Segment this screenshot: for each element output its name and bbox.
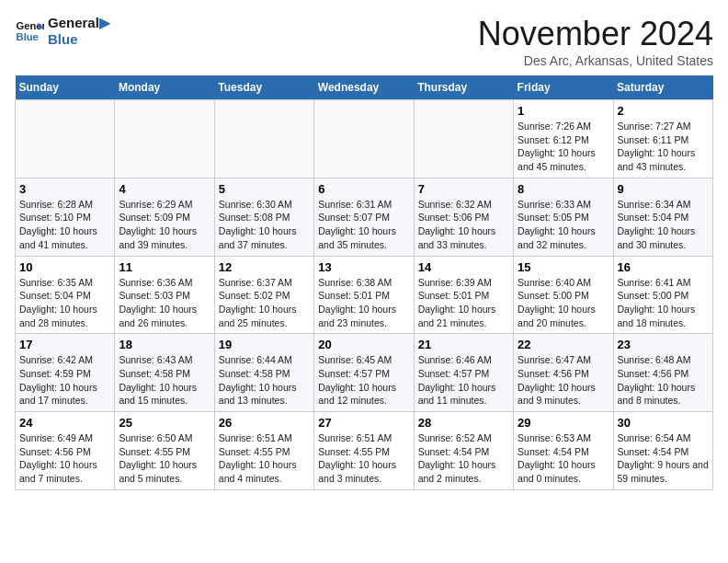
day-header-sunday: Sunday (16, 75, 115, 100)
day-info: Sunrise: 6:44 AM Sunset: 4:58 PM Dayligh… (219, 353, 310, 408)
day-cell: 2Sunrise: 7:27 AM Sunset: 6:11 PM Daylig… (613, 100, 712, 178)
day-cell: 26Sunrise: 6:51 AM Sunset: 4:55 PM Dayli… (214, 412, 313, 490)
day-info: Sunrise: 6:46 AM Sunset: 4:57 PM Dayligh… (418, 353, 509, 408)
day-cell: 11Sunrise: 6:36 AM Sunset: 5:03 PM Dayli… (115, 256, 214, 334)
day-cell: 9Sunrise: 6:34 AM Sunset: 5:04 PM Daylig… (613, 178, 712, 256)
day-info: Sunrise: 6:51 AM Sunset: 4:55 PM Dayligh… (219, 431, 310, 486)
day-cell: 12Sunrise: 6:37 AM Sunset: 5:02 PM Dayli… (214, 256, 313, 334)
day-info: Sunrise: 6:52 AM Sunset: 4:54 PM Dayligh… (418, 431, 509, 486)
day-cell: 27Sunrise: 6:51 AM Sunset: 4:55 PM Dayli… (314, 412, 414, 490)
day-number: 6 (318, 182, 409, 196)
day-info: Sunrise: 6:33 AM Sunset: 5:05 PM Dayligh… (518, 198, 609, 252)
day-info: Sunrise: 7:26 AM Sunset: 6:12 PM Dayligh… (518, 120, 609, 174)
day-number: 7 (418, 182, 509, 196)
day-info: Sunrise: 6:48 AM Sunset: 4:56 PM Dayligh… (618, 353, 709, 408)
day-info: Sunrise: 6:28 AM Sunset: 5:10 PM Dayligh… (19, 198, 110, 252)
day-number: 9 (618, 182, 709, 196)
day-header-friday: Friday (514, 75, 613, 100)
header: General Blue General▶ Blue November 2024… (15, 15, 713, 68)
day-cell: 18Sunrise: 6:43 AM Sunset: 4:58 PM Dayli… (115, 334, 214, 412)
logo: General Blue General▶ Blue (15, 15, 110, 48)
calendar-header-row: SundayMondayTuesdayWednesdayThursdayFrid… (16, 75, 713, 100)
day-info: Sunrise: 6:45 AM Sunset: 4:57 PM Dayligh… (318, 353, 409, 408)
day-cell (314, 100, 414, 178)
day-number: 17 (19, 338, 110, 351)
day-info: Sunrise: 6:35 AM Sunset: 5:04 PM Dayligh… (19, 276, 110, 330)
day-info: Sunrise: 6:34 AM Sunset: 5:04 PM Dayligh… (618, 198, 709, 252)
day-number: 10 (19, 260, 110, 274)
day-cell: 5Sunrise: 6:30 AM Sunset: 5:08 PM Daylig… (214, 178, 313, 256)
day-number: 20 (318, 338, 409, 351)
week-row-0: 1Sunrise: 7:26 AM Sunset: 6:12 PM Daylig… (16, 100, 713, 178)
day-number: 23 (618, 338, 709, 351)
day-cell: 16Sunrise: 6:41 AM Sunset: 5:00 PM Dayli… (613, 256, 712, 334)
day-number: 27 (318, 416, 409, 430)
day-number: 15 (518, 260, 609, 274)
day-number: 21 (418, 338, 509, 351)
day-number: 13 (318, 260, 409, 274)
day-cell: 10Sunrise: 6:35 AM Sunset: 5:04 PM Dayli… (16, 256, 115, 334)
week-row-2: 10Sunrise: 6:35 AM Sunset: 5:04 PM Dayli… (16, 256, 713, 334)
day-number: 14 (418, 260, 509, 274)
day-number: 1 (518, 104, 609, 118)
day-info: Sunrise: 6:47 AM Sunset: 4:56 PM Dayligh… (518, 353, 609, 408)
day-header-tuesday: Tuesday (214, 75, 313, 100)
day-number: 16 (618, 260, 709, 274)
day-cell: 29Sunrise: 6:53 AM Sunset: 4:54 PM Dayli… (514, 412, 613, 490)
day-number: 19 (219, 338, 310, 351)
title-section: November 2024 Des Arc, Arkansas, United … (478, 15, 713, 68)
day-cell (16, 100, 115, 178)
day-cell: 8Sunrise: 6:33 AM Sunset: 5:05 PM Daylig… (514, 178, 613, 256)
day-cell: 7Sunrise: 6:32 AM Sunset: 5:06 PM Daylig… (414, 178, 513, 256)
day-cell: 1Sunrise: 7:26 AM Sunset: 6:12 PM Daylig… (514, 100, 613, 178)
day-info: Sunrise: 6:36 AM Sunset: 5:03 PM Dayligh… (119, 276, 210, 330)
day-cell: 20Sunrise: 6:45 AM Sunset: 4:57 PM Dayli… (314, 334, 414, 412)
day-number: 30 (618, 416, 709, 430)
day-cell: 13Sunrise: 6:38 AM Sunset: 5:01 PM Dayli… (314, 256, 414, 334)
day-info: Sunrise: 6:51 AM Sunset: 4:55 PM Dayligh… (318, 431, 409, 486)
day-cell: 6Sunrise: 6:31 AM Sunset: 5:07 PM Daylig… (314, 178, 414, 256)
day-number: 29 (518, 416, 609, 430)
day-number: 3 (19, 182, 110, 196)
day-number: 2 (618, 104, 709, 118)
day-info: Sunrise: 6:31 AM Sunset: 5:07 PM Dayligh… (318, 198, 409, 252)
day-number: 4 (119, 182, 210, 196)
location: Des Arc, Arkansas, United States (478, 53, 713, 68)
day-info: Sunrise: 6:37 AM Sunset: 5:02 PM Dayligh… (219, 276, 310, 330)
day-header-saturday: Saturday (613, 75, 712, 100)
logo-icon: General Blue (15, 17, 44, 46)
month-title: November 2024 (478, 15, 713, 53)
day-cell: 22Sunrise: 6:47 AM Sunset: 4:56 PM Dayli… (514, 334, 613, 412)
week-row-1: 3Sunrise: 6:28 AM Sunset: 5:10 PM Daylig… (16, 178, 713, 256)
day-number: 8 (518, 182, 609, 196)
day-number: 26 (219, 416, 310, 430)
day-info: Sunrise: 6:50 AM Sunset: 4:55 PM Dayligh… (119, 431, 210, 486)
day-info: Sunrise: 6:54 AM Sunset: 4:54 PM Dayligh… (618, 431, 709, 486)
day-header-monday: Monday (115, 75, 214, 100)
day-info: Sunrise: 6:40 AM Sunset: 5:00 PM Dayligh… (518, 276, 609, 330)
day-number: 24 (19, 416, 110, 430)
calendar-table: SundayMondayTuesdayWednesdayThursdayFrid… (15, 75, 713, 490)
day-cell: 17Sunrise: 6:42 AM Sunset: 4:59 PM Dayli… (16, 334, 115, 412)
day-info: Sunrise: 6:29 AM Sunset: 5:09 PM Dayligh… (119, 198, 210, 252)
day-info: Sunrise: 6:43 AM Sunset: 4:58 PM Dayligh… (119, 353, 210, 408)
week-row-3: 17Sunrise: 6:42 AM Sunset: 4:59 PM Dayli… (16, 334, 713, 412)
day-info: Sunrise: 6:53 AM Sunset: 4:54 PM Dayligh… (518, 431, 609, 486)
day-cell (214, 100, 313, 178)
day-info: Sunrise: 6:30 AM Sunset: 5:08 PM Dayligh… (219, 198, 310, 252)
day-info: Sunrise: 6:38 AM Sunset: 5:01 PM Dayligh… (318, 276, 409, 330)
day-info: Sunrise: 6:41 AM Sunset: 5:00 PM Dayligh… (618, 276, 709, 330)
day-number: 28 (418, 416, 509, 430)
day-number: 22 (518, 338, 609, 351)
day-cell (414, 100, 513, 178)
week-row-4: 24Sunrise: 6:49 AM Sunset: 4:56 PM Dayli… (16, 412, 713, 490)
day-cell: 21Sunrise: 6:46 AM Sunset: 4:57 PM Dayli… (414, 334, 513, 412)
day-cell: 24Sunrise: 6:49 AM Sunset: 4:56 PM Dayli… (16, 412, 115, 490)
day-cell: 4Sunrise: 6:29 AM Sunset: 5:09 PM Daylig… (115, 178, 214, 256)
day-cell: 3Sunrise: 6:28 AM Sunset: 5:10 PM Daylig… (16, 178, 115, 256)
day-info: Sunrise: 7:27 AM Sunset: 6:11 PM Dayligh… (618, 120, 709, 174)
day-info: Sunrise: 6:39 AM Sunset: 5:01 PM Dayligh… (418, 276, 509, 330)
day-number: 11 (119, 260, 210, 274)
svg-text:Blue: Blue (17, 31, 39, 42)
day-header-thursday: Thursday (414, 75, 513, 100)
